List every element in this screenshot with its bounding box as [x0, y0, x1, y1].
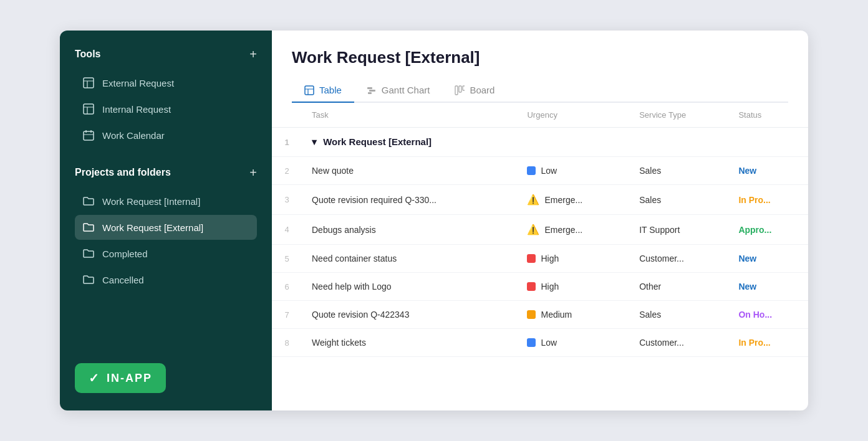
tools-header: Tools + — [75, 48, 257, 60]
service-6: Other — [629, 273, 728, 301]
folder-icon-1 — [82, 195, 95, 207]
row-num-3: 3 — [272, 185, 302, 215]
table-row: 5 Need container status High Customer...… — [272, 245, 808, 273]
sidebar-item-completed[interactable]: Completed — [75, 241, 257, 266]
folder-icon-3 — [82, 247, 95, 260]
table-row: 3 Quote revision required Q-330... ⚠️ Em… — [272, 185, 808, 215]
chevron-icon: ▾ — [312, 136, 317, 147]
main-header: Work Request [External] Table — [272, 31, 808, 103]
table-row: 4 Debugs analysis ⚠️ Emerge... IT Suppor… — [272, 215, 808, 245]
status-8: In Pro... — [728, 329, 808, 357]
group-label: ▾ Work Request [External] — [302, 128, 808, 157]
svg-rect-15 — [368, 92, 372, 94]
svg-rect-3 — [84, 104, 94, 114]
urgency-dot-red-1 — [527, 254, 536, 263]
urgency-dot-yellow — [527, 310, 536, 319]
projects-add-button[interactable]: + — [249, 166, 257, 179]
table-icon-2 — [82, 103, 95, 115]
urgency-4: ⚠️ Emerge... — [517, 215, 629, 245]
board-tab-icon — [455, 85, 465, 95]
status-7: On Ho... — [728, 301, 808, 329]
sidebar-item-internal-request[interactable]: Internal Request — [75, 97, 257, 121]
service-4: IT Support — [629, 215, 728, 245]
sidebar: Tools + External Request — [60, 31, 272, 410]
urgency-7: Medium — [517, 301, 629, 329]
sidebar-item-cancelled[interactable]: Cancelled — [75, 267, 257, 292]
service-8: Customer... — [629, 329, 728, 357]
main-content: Work Request [External] Table — [272, 31, 808, 410]
app-container: Tools + External Request — [60, 31, 808, 410]
svg-rect-18 — [463, 86, 465, 90]
projects-section: Projects and folders + Work Request [Int… — [60, 154, 272, 298]
cancelled-label: Cancelled — [102, 275, 144, 285]
folder-icon-4 — [82, 273, 95, 286]
task-8[interactable]: Weight tickets — [302, 329, 517, 357]
calendar-icon — [82, 129, 95, 141]
warning-icon-1: ⚠️ — [527, 194, 539, 206]
projects-title: Projects and folders — [75, 167, 171, 178]
row-num-4: 4 — [272, 215, 302, 245]
table-row: 7 Quote revision Q-422343 Medium Sales O… — [272, 301, 808, 329]
row-num-7: 7 — [272, 301, 302, 329]
sidebar-item-work-request-external[interactable]: Work Request [External] — [75, 215, 257, 240]
task-6[interactable]: Need help with Logo — [302, 273, 517, 301]
service-7: Sales — [629, 301, 728, 329]
task-4[interactable]: Debugs analysis — [302, 215, 517, 245]
col-service: Service Type — [629, 103, 728, 128]
check-icon: ✓ — [89, 371, 100, 386]
col-status: Status — [728, 103, 808, 128]
table-header-row: Task Urgency Service Type Status — [272, 103, 808, 128]
svg-rect-10 — [305, 86, 314, 95]
gantt-tab-icon — [367, 85, 377, 95]
status-4: Appro... — [728, 215, 808, 245]
status-2: New — [728, 157, 808, 185]
in-app-label: IN-APP — [107, 372, 152, 385]
row-num-8: 8 — [272, 329, 302, 357]
external-request-label: External Request — [102, 78, 174, 88]
tab-gantt[interactable]: Gantt Chart — [354, 78, 443, 103]
urgency-dot-red-2 — [527, 282, 536, 291]
table-group-row: 1 ▾ Work Request [External] — [272, 128, 808, 157]
task-7[interactable]: Quote revision Q-422343 — [302, 301, 517, 329]
svg-rect-17 — [459, 86, 461, 92]
tools-title: Tools — [75, 49, 100, 60]
task-3[interactable]: Quote revision required Q-330... — [302, 185, 517, 215]
sidebar-item-work-calendar[interactable]: Work Calendar — [75, 123, 257, 148]
table-row: 8 Weight tickets Low Customer... In Pro.… — [272, 329, 808, 357]
tab-table-label: Table — [319, 85, 342, 95]
service-5: Customer... — [629, 245, 728, 273]
status-3: In Pro... — [728, 185, 808, 215]
sidebar-item-external-request[interactable]: External Request — [75, 70, 257, 95]
folder-icon-2 — [82, 221, 95, 234]
tab-table[interactable]: Table — [292, 78, 354, 103]
page-title: Work Request [External] — [292, 48, 788, 67]
tab-gantt-label: Gantt Chart — [382, 85, 430, 95]
internal-request-label: Internal Request — [102, 104, 171, 115]
tasks-table: Task Urgency Service Type Status 1 ▾ Wor… — [272, 103, 808, 357]
table-container: Task Urgency Service Type Status 1 ▾ Wor… — [272, 103, 808, 410]
row-num-5: 5 — [272, 245, 302, 273]
table-icon — [82, 77, 95, 89]
work-calendar-label: Work Calendar — [102, 130, 165, 141]
row-num-6: 6 — [272, 273, 302, 301]
status-5: New — [728, 245, 808, 273]
service-2: Sales — [629, 157, 728, 185]
task-5[interactable]: Need container status — [302, 245, 517, 273]
tabs-bar: Table Gantt Chart — [292, 78, 788, 103]
svg-rect-0 — [84, 78, 94, 88]
group-num: 1 — [272, 128, 302, 157]
task-2[interactable]: New quote — [302, 157, 517, 185]
tools-add-button[interactable]: + — [249, 48, 257, 60]
svg-rect-6 — [84, 131, 94, 140]
service-3: Sales — [629, 185, 728, 215]
in-app-badge: ✓ IN-APP — [75, 363, 166, 393]
tab-board-label: Board — [470, 85, 494, 95]
col-urgency: Urgency — [517, 103, 629, 128]
table-row: 6 Need help with Logo High Other New — [272, 273, 808, 301]
svg-rect-16 — [455, 86, 458, 95]
sidebar-item-work-request-internal[interactable]: Work Request [Internal] — [75, 189, 257, 214]
warning-icon-2: ⚠️ — [527, 224, 539, 235]
urgency-8: Low — [517, 329, 629, 357]
tab-board[interactable]: Board — [442, 78, 507, 103]
svg-rect-13 — [367, 87, 372, 89]
